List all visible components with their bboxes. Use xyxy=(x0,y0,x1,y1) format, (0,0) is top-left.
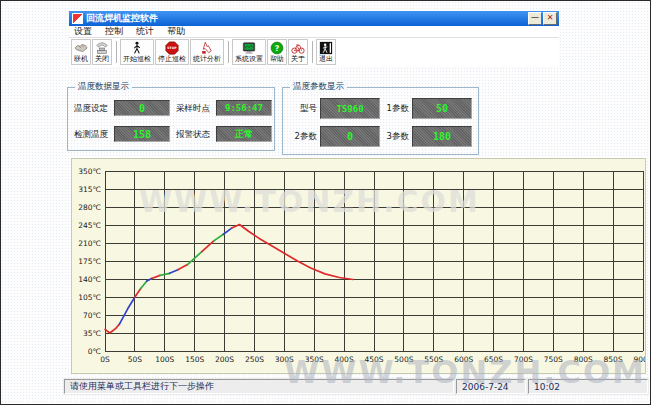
temperature-data-groupbox: 温度数据显示 温度设定 0 采样时点 9:56:47 检测温度 158 报警状态… xyxy=(67,87,275,151)
svg-text:250S: 250S xyxy=(245,355,264,364)
svg-text:315℃: 315℃ xyxy=(78,185,101,194)
svg-text:600S: 600S xyxy=(454,355,473,364)
svg-text:100S: 100S xyxy=(155,355,174,364)
exit-icon xyxy=(319,41,333,55)
svg-text:550S: 550S xyxy=(424,355,443,364)
param2-label: 2参数 xyxy=(289,132,317,141)
svg-text:0S: 0S xyxy=(100,355,110,364)
stop-patrol-button[interactable]: STOP 停止巡检 xyxy=(155,39,189,65)
svg-text:?: ? xyxy=(275,44,280,53)
svg-text:35℃: 35℃ xyxy=(83,329,101,338)
svg-text:245℃: 245℃ xyxy=(78,221,101,230)
status-date: 2006-7-24 xyxy=(456,379,526,394)
svg-text:350℃: 350℃ xyxy=(78,167,101,176)
param3-display: 180 xyxy=(412,126,472,147)
temp-setting-display: 0 xyxy=(114,100,170,116)
temperature-params-groupbox: 温度参数显示 型号 TS960 1参数 50 2参数 0 3参数 180 xyxy=(282,87,479,155)
toolbar: 联机 关闭 开始巡检 STOP 停止巡检 xyxy=(69,38,559,66)
svg-text:850S: 850S xyxy=(604,355,623,364)
pointing-hand-icon xyxy=(200,41,214,55)
svg-text:105℃: 105℃ xyxy=(78,293,101,302)
svg-text:800S: 800S xyxy=(574,355,593,364)
profile-chart-svg: 0S50S100S150S200S250S300S350S400S450S500… xyxy=(72,159,645,373)
svg-text:650S: 650S xyxy=(484,355,503,364)
handshake-icon xyxy=(74,41,88,55)
menu-item-settings[interactable]: 设置 xyxy=(74,27,92,36)
phone-icon xyxy=(95,41,109,55)
help-button[interactable]: ? 帮助 xyxy=(267,39,287,65)
alarm-status-label: 报警状态 xyxy=(176,130,216,139)
monitor-icon xyxy=(242,41,256,55)
connect-button[interactable]: 联机 xyxy=(71,39,91,65)
svg-text:70℃: 70℃ xyxy=(83,311,101,320)
svg-text:140℃: 140℃ xyxy=(78,275,101,284)
disconnect-button[interactable]: 关闭 xyxy=(92,39,112,65)
status-message: 请使用菜单或工具栏进行下一步操作 xyxy=(64,379,454,394)
sample-time-display: 9:56:47 xyxy=(216,100,272,116)
window-title: 回流焊机监控软件 xyxy=(86,14,527,23)
status-bar: 请使用菜单或工具栏进行下一步操作 2006-7-24 10:02 xyxy=(63,378,649,395)
close-button[interactable]: ✕ xyxy=(543,12,557,25)
help-icon: ? xyxy=(270,41,284,55)
statistics-analysis-button[interactable]: 统计分析 xyxy=(190,39,224,65)
svg-text:400S: 400S xyxy=(335,355,354,364)
groupbox-title: 温度数据显示 xyxy=(75,82,132,91)
app-icon xyxy=(72,13,83,24)
svg-text:450S: 450S xyxy=(364,355,383,364)
svg-text:STOP: STOP xyxy=(167,46,177,50)
temperature-profile-chart: 0S50S100S150S200S250S300S350S400S450S500… xyxy=(71,158,646,374)
svg-text:280℃: 280℃ xyxy=(78,203,101,212)
svg-text:150S: 150S xyxy=(185,355,204,364)
param2-display: 0 xyxy=(320,126,380,147)
groupbox-title: 温度参数显示 xyxy=(290,82,347,91)
svg-text:175℃: 175℃ xyxy=(78,257,101,266)
alarm-status-display: 正常 xyxy=(216,126,272,142)
toolbar-label: 帮助 xyxy=(270,56,284,63)
start-patrol-button[interactable]: 开始巡检 xyxy=(120,39,154,65)
system-settings-button[interactable]: 系统设置 xyxy=(232,39,266,65)
bicycle-icon xyxy=(291,41,305,55)
svg-text:210℃: 210℃ xyxy=(78,239,101,248)
toolbar-label: 系统设置 xyxy=(235,56,263,63)
param1-display: 50 xyxy=(412,98,472,119)
toolbar-label: 关于 xyxy=(291,56,305,63)
menu-bar: 设置 控制 统计 帮助 xyxy=(69,26,559,38)
svg-text:0℃: 0℃ xyxy=(88,347,101,356)
svg-text:300S: 300S xyxy=(275,355,294,364)
status-time: 10:02 xyxy=(528,379,648,394)
svg-text:50S: 50S xyxy=(128,355,143,364)
menu-item-help[interactable]: 帮助 xyxy=(167,27,185,36)
menu-item-control[interactable]: 控制 xyxy=(105,27,123,36)
toolbar-label: 停止巡检 xyxy=(158,56,186,63)
measured-temp-label: 检测温度 xyxy=(74,130,114,139)
temp-setting-label: 温度设定 xyxy=(74,104,114,113)
minimize-button[interactable]: — xyxy=(528,12,542,25)
toolbar-label: 开始巡检 xyxy=(123,56,151,63)
param1-label: 1参数 xyxy=(383,104,409,113)
menu-item-statistics[interactable]: 统计 xyxy=(136,27,154,36)
svg-text:750S: 750S xyxy=(544,355,563,364)
svg-text:350S: 350S xyxy=(305,355,324,364)
toolbar-label: 退出 xyxy=(319,56,333,63)
toolbar-label: 联机 xyxy=(74,56,88,63)
svg-text:700S: 700S xyxy=(514,355,533,364)
toolbar-separator xyxy=(312,41,313,63)
param3-label: 3参数 xyxy=(383,132,409,141)
about-button[interactable]: 关于 xyxy=(288,39,308,65)
screenshot-canvas: 回流焊机监控软件 — ✕ 设置 控制 统计 帮助 联机 关闭 xyxy=(0,0,651,405)
svg-text:500S: 500S xyxy=(394,355,413,364)
walking-person-icon xyxy=(130,41,144,55)
sample-time-label: 采样时点 xyxy=(176,104,216,113)
toolbar-separator xyxy=(228,41,229,63)
measured-temp-display: 158 xyxy=(114,126,170,142)
svg-text:900S: 900S xyxy=(633,355,645,364)
toolbar-separator xyxy=(116,41,117,63)
toolbar-label: 关闭 xyxy=(95,56,109,63)
model-label: 型号 xyxy=(289,104,317,113)
title-bar: 回流焊机监控软件 — ✕ xyxy=(69,11,559,26)
svg-text:200S: 200S xyxy=(215,355,234,364)
model-display: TS960 xyxy=(320,98,380,119)
stop-sign-icon: STOP xyxy=(165,41,179,55)
toolbar-label: 统计分析 xyxy=(193,56,221,63)
exit-button[interactable]: 退出 xyxy=(316,39,336,65)
